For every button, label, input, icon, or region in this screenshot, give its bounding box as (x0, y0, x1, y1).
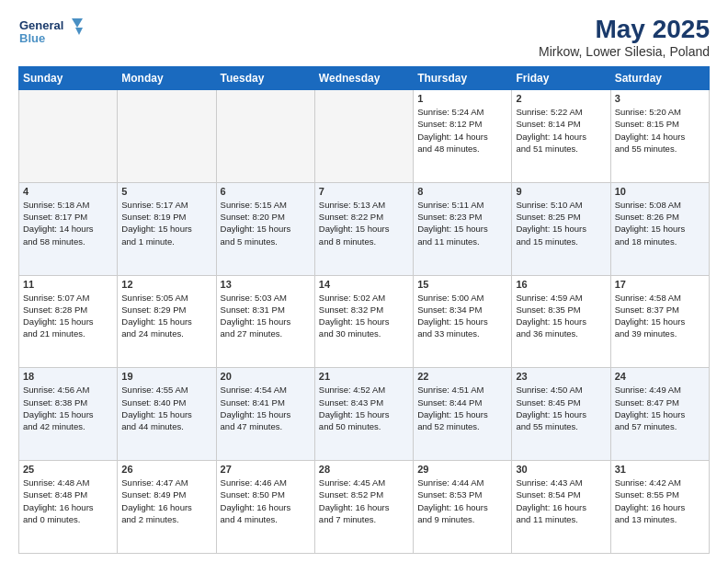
col-header-sunday: Sunday (19, 67, 118, 90)
empty-cell (314, 90, 413, 183)
day-info: Sunrise: 5:02 AM Sunset: 8:32 PM Dayligh… (319, 292, 409, 340)
day-cell-20: 20Sunrise: 4:54 AM Sunset: 8:41 PM Dayli… (216, 368, 314, 461)
day-info: Sunrise: 5:15 AM Sunset: 8:20 PM Dayligh… (221, 199, 311, 247)
day-cell-16: 16Sunrise: 4:59 AM Sunset: 8:35 PM Dayli… (512, 275, 610, 368)
day-cell-30: 30Sunrise: 4:43 AM Sunset: 8:54 PM Dayli… (512, 461, 610, 554)
day-cell-12: 12Sunrise: 5:05 AM Sunset: 8:29 PM Dayli… (118, 275, 216, 368)
day-cell-10: 10Sunrise: 5:08 AM Sunset: 8:26 PM Dayli… (610, 182, 709, 275)
calendar-table: SundayMondayTuesdayWednesdayThursdayFrid… (18, 66, 710, 554)
day-number: 20 (221, 371, 311, 382)
day-info: Sunrise: 5:11 AM Sunset: 8:23 PM Dayligh… (417, 199, 507, 247)
day-number: 12 (121, 279, 211, 290)
day-number: 1 (417, 93, 507, 104)
day-info: Sunrise: 4:47 AM Sunset: 8:49 PM Dayligh… (121, 477, 211, 525)
day-number: 10 (615, 186, 705, 197)
day-cell-27: 27Sunrise: 4:46 AM Sunset: 8:50 PM Dayli… (216, 461, 314, 554)
day-info: Sunrise: 5:20 AM Sunset: 8:15 PM Dayligh… (615, 106, 705, 155)
day-cell-21: 21Sunrise: 4:52 AM Sunset: 8:43 PM Dayli… (314, 368, 413, 461)
day-number: 4 (23, 186, 113, 197)
day-number: 3 (615, 93, 705, 104)
day-info: Sunrise: 4:56 AM Sunset: 8:38 PM Dayligh… (23, 384, 113, 432)
day-number: 13 (221, 279, 311, 290)
subtitle: Mirkow, Lower Silesia, Poland (539, 44, 710, 59)
day-number: 26 (121, 464, 211, 475)
day-cell-18: 18Sunrise: 4:56 AM Sunset: 8:38 PM Dayli… (19, 368, 118, 461)
day-cell-15: 15Sunrise: 5:00 AM Sunset: 8:34 PM Dayli… (414, 275, 512, 368)
week-row-5: 25Sunrise: 4:48 AM Sunset: 8:48 PM Dayli… (19, 461, 710, 554)
page: General Blue May 2025 Mirkow, Lower Sile… (0, 0, 728, 563)
week-row-3: 11Sunrise: 5:07 AM Sunset: 8:28 PM Dayli… (19, 275, 710, 368)
logo: General Blue (18, 15, 83, 57)
col-header-friday: Friday (512, 67, 610, 90)
day-cell-19: 19Sunrise: 4:55 AM Sunset: 8:40 PM Dayli… (118, 368, 216, 461)
day-number: 27 (221, 464, 311, 475)
day-number: 16 (516, 279, 606, 290)
day-info: Sunrise: 4:51 AM Sunset: 8:44 PM Dayligh… (417, 384, 507, 432)
week-row-2: 4Sunrise: 5:18 AM Sunset: 8:17 PM Daylig… (19, 182, 710, 275)
day-number: 7 (319, 186, 409, 197)
day-cell-26: 26Sunrise: 4:47 AM Sunset: 8:49 PM Dayli… (118, 461, 216, 554)
day-cell-2: 2Sunrise: 5:22 AM Sunset: 8:14 PM Daylig… (512, 90, 610, 183)
day-number: 15 (417, 279, 507, 290)
day-number: 6 (221, 186, 311, 197)
day-cell-4: 4Sunrise: 5:18 AM Sunset: 8:17 PM Daylig… (19, 182, 118, 275)
day-info: Sunrise: 5:22 AM Sunset: 8:14 PM Dayligh… (516, 106, 606, 155)
day-number: 14 (319, 279, 409, 290)
day-info: Sunrise: 5:08 AM Sunset: 8:26 PM Dayligh… (615, 199, 705, 247)
day-info: Sunrise: 4:59 AM Sunset: 8:35 PM Dayligh… (516, 292, 606, 340)
day-number: 11 (23, 279, 113, 290)
day-info: Sunrise: 5:18 AM Sunset: 8:17 PM Dayligh… (23, 199, 113, 247)
day-info: Sunrise: 5:00 AM Sunset: 8:34 PM Dayligh… (417, 292, 507, 340)
col-header-tuesday: Tuesday (216, 67, 314, 90)
day-cell-5: 5Sunrise: 5:17 AM Sunset: 8:19 PM Daylig… (118, 182, 216, 275)
day-cell-31: 31Sunrise: 4:42 AM Sunset: 8:55 PM Dayli… (610, 461, 709, 554)
week-row-1: 1Sunrise: 5:24 AM Sunset: 8:12 PM Daylig… (19, 90, 710, 183)
day-number: 25 (23, 464, 113, 475)
day-info: Sunrise: 5:03 AM Sunset: 8:31 PM Dayligh… (221, 292, 311, 340)
day-info: Sunrise: 4:45 AM Sunset: 8:52 PM Dayligh… (319, 477, 409, 525)
day-info: Sunrise: 4:54 AM Sunset: 8:41 PM Dayligh… (221, 384, 311, 432)
day-number: 28 (319, 464, 409, 475)
day-cell-14: 14Sunrise: 5:02 AM Sunset: 8:32 PM Dayli… (314, 275, 413, 368)
logo-svg: General Blue (18, 15, 83, 57)
day-info: Sunrise: 4:50 AM Sunset: 8:45 PM Dayligh… (516, 384, 606, 432)
empty-cell (19, 90, 118, 183)
day-info: Sunrise: 4:43 AM Sunset: 8:54 PM Dayligh… (516, 477, 606, 525)
day-cell-25: 25Sunrise: 4:48 AM Sunset: 8:48 PM Dayli… (19, 461, 118, 554)
day-info: Sunrise: 5:24 AM Sunset: 8:12 PM Dayligh… (417, 106, 507, 155)
day-cell-1: 1Sunrise: 5:24 AM Sunset: 8:12 PM Daylig… (414, 90, 512, 183)
day-number: 2 (516, 93, 606, 104)
day-info: Sunrise: 5:13 AM Sunset: 8:22 PM Dayligh… (319, 199, 409, 247)
day-cell-7: 7Sunrise: 5:13 AM Sunset: 8:22 PM Daylig… (314, 182, 413, 275)
day-info: Sunrise: 5:07 AM Sunset: 8:28 PM Dayligh… (23, 292, 113, 340)
day-number: 21 (319, 371, 409, 382)
day-cell-13: 13Sunrise: 5:03 AM Sunset: 8:31 PM Dayli… (216, 275, 314, 368)
day-cell-3: 3Sunrise: 5:20 AM Sunset: 8:15 PM Daylig… (610, 90, 709, 183)
week-row-4: 18Sunrise: 4:56 AM Sunset: 8:38 PM Dayli… (19, 368, 710, 461)
calendar-header-row: SundayMondayTuesdayWednesdayThursdayFrid… (19, 67, 710, 90)
day-number: 29 (417, 464, 507, 475)
day-number: 22 (417, 371, 507, 382)
day-number: 30 (516, 464, 606, 475)
day-cell-6: 6Sunrise: 5:15 AM Sunset: 8:20 PM Daylig… (216, 182, 314, 275)
svg-text:Blue: Blue (19, 31, 45, 45)
day-number: 9 (516, 186, 606, 197)
col-header-monday: Monday (118, 67, 216, 90)
title-block: May 2025 Mirkow, Lower Silesia, Poland (539, 15, 710, 59)
day-cell-9: 9Sunrise: 5:10 AM Sunset: 8:25 PM Daylig… (512, 182, 610, 275)
col-header-thursday: Thursday (414, 67, 512, 90)
day-number: 18 (23, 371, 113, 382)
day-number: 8 (417, 186, 507, 197)
day-cell-11: 11Sunrise: 5:07 AM Sunset: 8:28 PM Dayli… (19, 275, 118, 368)
day-info: Sunrise: 4:46 AM Sunset: 8:50 PM Dayligh… (221, 477, 311, 525)
day-number: 5 (121, 186, 211, 197)
day-number: 31 (615, 464, 705, 475)
day-info: Sunrise: 4:44 AM Sunset: 8:53 PM Dayligh… (417, 477, 507, 525)
day-cell-28: 28Sunrise: 4:45 AM Sunset: 8:52 PM Dayli… (314, 461, 413, 554)
col-header-wednesday: Wednesday (314, 67, 413, 90)
day-number: 19 (121, 371, 211, 382)
day-number: 23 (516, 371, 606, 382)
day-cell-23: 23Sunrise: 4:50 AM Sunset: 8:45 PM Dayli… (512, 368, 610, 461)
header: General Blue May 2025 Mirkow, Lower Sile… (18, 15, 710, 59)
svg-marker-4 (75, 28, 83, 35)
